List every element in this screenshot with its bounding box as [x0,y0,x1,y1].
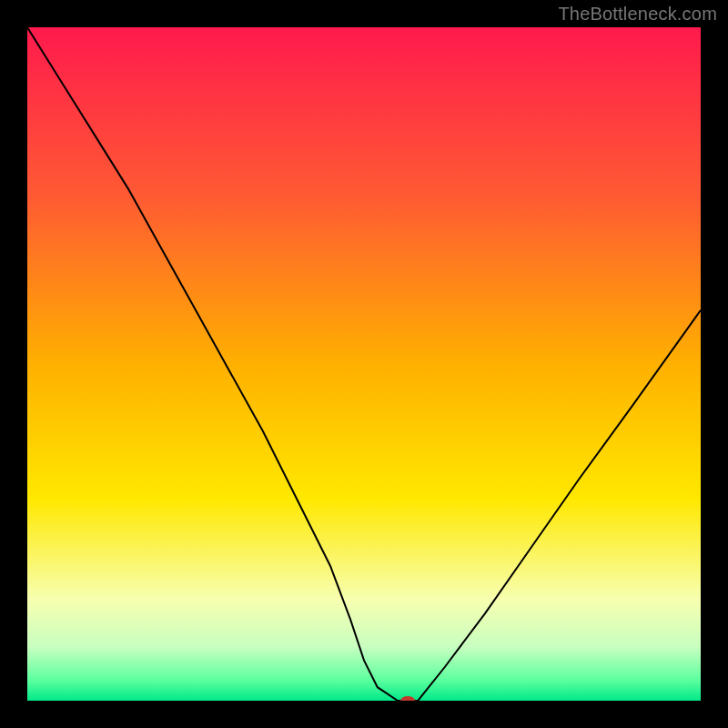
chart-background [27,27,701,701]
watermark-label: TheBottleneck.com [558,4,717,25]
chart-container: TheBottleneck.com [0,0,728,728]
chart-svg [27,27,701,701]
plot-area [27,27,701,701]
